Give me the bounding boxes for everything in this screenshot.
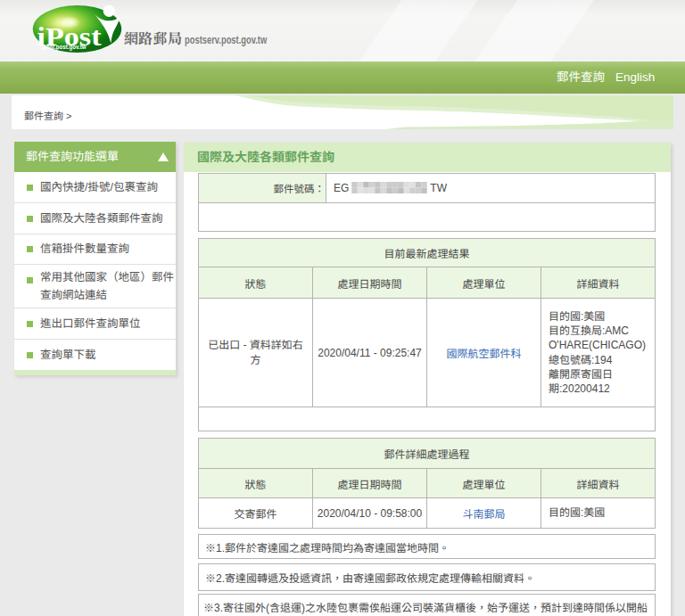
svg-text:ipost.post.gov.tw: ipost.post.gov.tw — [42, 44, 87, 51]
